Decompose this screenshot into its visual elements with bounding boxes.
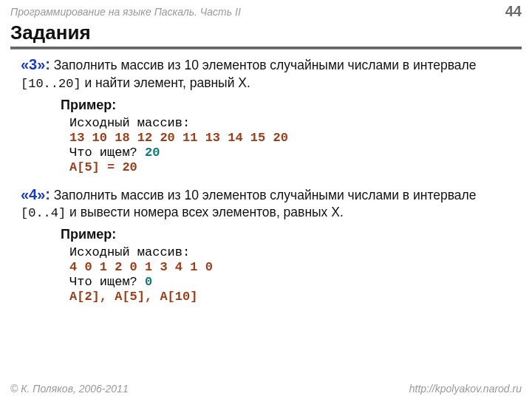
task-3-range: [10..20] <box>21 77 81 91</box>
task-4-range: [0..4] <box>21 206 66 220</box>
task-3-body: Пример: Исходный массив: 13 10 18 12 20 … <box>21 98 511 174</box>
task-4-query-x: 0 <box>145 275 152 289</box>
page-number: 44 <box>505 3 522 20</box>
task-4-line1: Исходный массив: <box>69 245 511 259</box>
title-row: Задания <box>0 21 532 46</box>
task-3-query-x: 20 <box>145 146 160 160</box>
task-3-example-label: Пример: <box>61 98 511 113</box>
task-4-example-label: Пример: <box>61 227 511 242</box>
footer-url: http://kpolyakov.narod.ru <box>409 383 522 395</box>
task-3-query-label: Что ищем? <box>69 146 145 160</box>
slide-footer: © К. Поляков, 2006-2011 http://kpolyakov… <box>0 383 532 395</box>
task-3-text-b: и найти элемент, равный X. <box>81 75 250 90</box>
task-4: «4»: Заполнить массив из 10 элементов сл… <box>21 186 511 304</box>
task-3-result: A[5] = 20 <box>69 160 511 174</box>
task-3-head: «3»: Заполнить массив из 10 элементов сл… <box>21 56 511 93</box>
task-4-query-label: Что ищем? <box>69 275 145 289</box>
slide-header: Программирование на языке Паскаль. Часть… <box>0 0 532 21</box>
task-4-text-a: Заполнить массив из 10 элементов случайн… <box>54 188 477 202</box>
course-name: Программирование на языке Паскаль. Часть… <box>10 6 241 18</box>
task-4-body: Пример: Исходный массив: 4 0 1 2 0 1 3 4… <box>21 227 511 304</box>
copyright: © К. Поляков, 2006-2011 <box>10 383 129 395</box>
task-4-example: Исходный массив: 4 0 1 2 0 1 3 4 1 0 Что… <box>61 245 511 304</box>
task-3-text: Заполнить массив из 10 элементов случайн… <box>21 58 477 90</box>
task-3-query: Что ищем? 20 <box>69 146 511 160</box>
task-3-line1: Исходный массив: <box>69 116 511 130</box>
task-3-array: 13 10 18 12 20 11 13 14 15 20 <box>69 131 511 145</box>
task-3-example: Исходный массив: 13 10 18 12 20 11 13 14… <box>61 116 511 174</box>
task-4-text-b: и вывести номера всех элементов, равных … <box>66 205 344 219</box>
task-3-number: «3»: <box>21 56 50 72</box>
task-4-head: «4»: Заполнить массив из 10 элементов сл… <box>21 186 511 223</box>
task-3-text-a: Заполнить массив из 10 элементов случайн… <box>54 58 477 72</box>
task-4-number: «4»: <box>21 186 50 202</box>
page-title: Задания <box>10 21 522 44</box>
task-4-result: A[2], A[5], A[10] <box>69 290 511 304</box>
task-3: «3»: Заполнить массив из 10 элементов сл… <box>21 56 511 174</box>
task-4-array: 4 0 1 2 0 1 3 4 1 0 <box>69 260 511 274</box>
task-4-text: Заполнить массив из 10 элементов случайн… <box>21 188 477 220</box>
title-underline <box>10 47 522 49</box>
content: «3»: Заполнить массив из 10 элементов сл… <box>0 53 532 304</box>
task-4-query: Что ищем? 0 <box>69 275 511 289</box>
